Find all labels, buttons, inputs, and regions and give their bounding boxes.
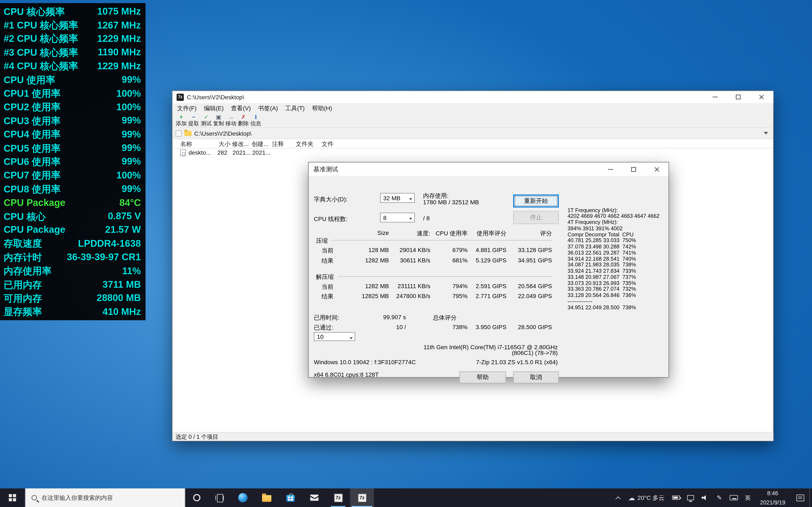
task-view-icon [215, 494, 224, 501]
show-desktop-button[interactable] [809, 489, 812, 507]
hidden-icons-button[interactable] [612, 489, 624, 507]
start-button[interactable] [0, 489, 25, 507]
passes-count-select[interactable]: 10 [314, 332, 355, 341]
osd-label: #4 CPU 核心频率 [4, 60, 78, 72]
cancel-button-label: 取消 [530, 374, 542, 381]
bench-log-line: 33.148 20.987 27.067 737% [567, 274, 669, 280]
fm-address-bar[interactable]: C:\Users\V2\Desktop\ [172, 128, 773, 139]
bench-log-line: 37.078 23.498 30.288 742% [567, 243, 669, 250]
fm-menu-item[interactable]: 帮助(H) [308, 104, 336, 112]
taskbar-app-store[interactable] [279, 489, 303, 507]
fm-column-header[interactable]: 创建... [252, 140, 268, 148]
search-icon [32, 495, 37, 500]
up-level-icon[interactable] [175, 130, 182, 136]
bench-minimize-button[interactable] [599, 162, 622, 176]
fm-toolbar-button[interactable]: ✗ 删除 [237, 113, 250, 126]
os-version-line: Windows 10.0 19042 : f:3F310F2774C [314, 359, 416, 365]
taskbar-app-7zip-active[interactable]: 7z [350, 489, 374, 507]
fm-column-header[interactable]: 名称 [180, 140, 192, 148]
fm-toolbar-button[interactable]: ▣ 复制 [212, 113, 225, 126]
col-cpu-usage: CPU 使用率 [430, 230, 467, 237]
fm-toolbar-button[interactable]: → 移动 [225, 113, 237, 126]
stop-button[interactable]: 停止 [513, 211, 559, 224]
taskbar-app-mail[interactable] [302, 489, 326, 507]
osd-row: 已用内存 3711 MB [0, 278, 146, 291]
cpu-threads-label: CPU 线程数: [314, 215, 348, 223]
taskbar-clock[interactable]: 8:46 2021/9/19 [755, 489, 791, 507]
cortana-button[interactable] [186, 489, 208, 507]
fm-menu-item[interactable]: 编辑(E) [200, 104, 227, 112]
fm-menu-item[interactable]: 书签(A) [254, 104, 282, 112]
osd-row: CPU6 使用率 99% [0, 155, 146, 169]
osd-value: 100% [116, 101, 141, 113]
fm-menu-item[interactable]: 查看(V) [227, 104, 254, 112]
bench-maximize-button[interactable] [622, 162, 645, 176]
fm-toolbar-button[interactable]: ✓ 测试 [200, 113, 212, 126]
action-center-button[interactable] [791, 489, 809, 507]
help-button[interactable]: 帮助 [459, 372, 506, 383]
task-view-button[interactable] [208, 489, 231, 507]
fm-address-dropdown-button[interactable] [762, 130, 770, 137]
taskbar-app-edge[interactable] [231, 489, 255, 507]
osd-value: 99% [121, 129, 141, 140]
fm-column-header[interactable]: 文件 [322, 140, 334, 148]
osd-value: 100% [116, 170, 141, 181]
weather-text: 20°C 多云 [638, 494, 664, 502]
taskbar-app-7zip[interactable]: 7z [326, 489, 350, 507]
fm-status-bar: 选定 0 / 1 个项目 [172, 432, 773, 441]
help-button-label: 帮助 [476, 374, 489, 381]
touch-keyboard-button[interactable] [726, 489, 741, 507]
fm-toolbar-icon: ✓ [204, 114, 208, 120]
total-usage-rating: 3.950 GIPS [467, 324, 506, 330]
bench-log-line: -------------- [567, 298, 669, 304]
fm-menu-item[interactable]: 工具(T) [282, 104, 308, 112]
fm-maximize-button[interactable] [726, 91, 750, 103]
restart-button[interactable]: 重新开始 [513, 194, 559, 208]
fm-toolbar-icon: ✗ [241, 114, 246, 120]
osd-value: 1267 MHz [97, 19, 141, 31]
fm-file-row[interactable]: deskto... 282 2021... 2021... [173, 149, 773, 157]
bench-titlebar[interactable]: 基准测试 [309, 162, 669, 176]
weather-widget[interactable]: ☁ 20°C 多云 [624, 489, 668, 507]
stop-button-label: 停止 [530, 214, 542, 221]
fm-toolbar-button[interactable]: ℹ 信息 [250, 113, 262, 126]
cpu-threads-select[interactable]: 8 [380, 213, 415, 223]
restart-button-label: 重新开始 [524, 197, 548, 205]
osd-label: 显存频率 [4, 305, 42, 318]
network-status[interactable] [683, 489, 698, 507]
fm-address-path[interactable]: C:\Users\V2\Desktop\ [194, 130, 251, 136]
bench-close-button[interactable] [645, 162, 668, 176]
screen: CPU 核心频率 1075 MHz #1 CPU 核心频率 1267 MHz #… [0, 0, 812, 507]
bench-log-line: 36.013 22.561 29.287 741% [567, 250, 669, 256]
passes-count-value: 10 [317, 333, 323, 339]
fm-column-header[interactable]: 文件夹 [296, 140, 313, 148]
bench-log-line: 33.128 20.564 26.846 736% [567, 292, 669, 298]
fm-menu-item[interactable]: 文件(F) [173, 104, 200, 112]
fm-close-button[interactable] [750, 91, 773, 103]
fm-column-header[interactable]: 大小 [218, 140, 230, 148]
battery-status[interactable] [669, 489, 683, 507]
language-indicator[interactable]: 英 [741, 489, 755, 507]
taskbar: 在这里输入你要搜索的内容 7z 7z ☁ 20°C 多云 ✎ [0, 489, 812, 507]
pen-settings[interactable]: ✎ [712, 489, 726, 507]
volume-control[interactable] [698, 489, 712, 507]
osd-value: 99% [121, 183, 141, 195]
fm-column-header[interactable]: 修改... [232, 140, 249, 148]
fm-titlebar[interactable]: 7z C:\Users\V2\Desktop\ [172, 91, 773, 103]
total-usage: 738% [430, 324, 467, 330]
cancel-button[interactable]: 取消 [513, 372, 559, 383]
col-usage-rating: 使用率评分 [467, 230, 506, 237]
total-rating: 28.500 GIPS [501, 324, 552, 330]
dictionary-size-select[interactable]: 32 MB [380, 193, 415, 203]
bench-log-line: 33.073 20.913 26.993 735% [567, 280, 669, 286]
fm-column-header[interactable]: 注释 [272, 140, 284, 148]
osd-label: 内存使用率 [4, 265, 52, 277]
bench-table-header: Size 速度: CPU 使用率 使用率评分 评分 [309, 230, 557, 236]
taskbar-search-box[interactable]: 在这里输入你要搜索的内容 [25, 489, 186, 507]
taskbar-app-explorer[interactable] [255, 489, 279, 507]
fm-minimize-button[interactable] [703, 91, 726, 103]
fm-toolbar-button[interactable]: + 添加 [175, 113, 188, 126]
fm-toolbar-button[interactable]: − 提取 [188, 113, 200, 126]
edge-icon [238, 493, 248, 502]
bench-log-line: 394% 3911 391% 4002 [567, 225, 669, 231]
